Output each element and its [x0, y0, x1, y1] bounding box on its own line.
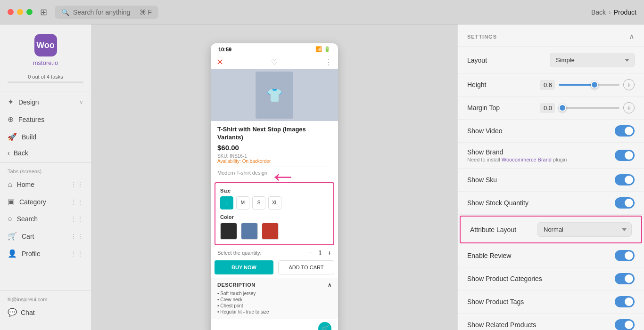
size-options: L M S XL — [220, 196, 329, 209]
traffic-lights — [8, 9, 33, 15]
show-video-toggle[interactable] — [615, 125, 635, 137]
qty-controls: − 1 + — [309, 249, 331, 257]
margin-top-label: Margin Top — [467, 104, 534, 112]
maximize-button[interactable] — [26, 9, 33, 15]
color-options — [220, 223, 329, 240]
enable-review-toggle[interactable] — [615, 250, 635, 261]
color-swatch-dark[interactable] — [220, 223, 237, 240]
quantity-label: Select the quantity: — [217, 250, 262, 256]
woo-brand-link[interactable]: Woocommerce Brand — [502, 157, 552, 162]
margin-top-add-button[interactable]: + — [623, 102, 635, 113]
show-sku-toggle[interactable] — [615, 174, 635, 185]
product-sku: SKU: INS16-1 — [217, 153, 331, 159]
phone-dots-btn[interactable]: ⋮ — [325, 58, 332, 67]
sidebar-email: hi@inspireui.com — [0, 295, 91, 304]
desc-item-3: Regular fit - true to size — [217, 309, 331, 314]
profile-icon: 👤 — [8, 249, 17, 258]
layout-select[interactable]: Simple — [550, 53, 635, 67]
margin-top-slider-container: 0.0 + — [540, 102, 635, 113]
battery-icon: 🔋 — [324, 46, 330, 52]
close-button[interactable] — [8, 9, 14, 15]
breadcrumb-back[interactable]: Back — [591, 8, 606, 16]
phone-bottom-bar: 🛒 — [211, 319, 338, 330]
size-btn-s[interactable]: S — [252, 196, 265, 209]
settings-panel: SETTINGS ∧ Layout Simple Height 0.6 + Ma… — [457, 24, 644, 330]
sidebar-chat[interactable]: 💬 Chat — [0, 304, 91, 321]
search-nav-icon: ○ — [8, 215, 12, 223]
cart-icon-btn[interactable]: 🛒 — [318, 322, 331, 330]
color-label: Color — [220, 214, 329, 220]
product-price: $60.00 — [217, 144, 331, 152]
progress-section: 0 out of 4 tasks — [0, 74, 91, 89]
drag-handle[interactable]: ⋮⋮ — [70, 250, 83, 258]
sidebar-item-features[interactable]: ⊕ Features — [0, 111, 91, 128]
qty-plus[interactable]: + — [328, 249, 331, 257]
sidebar-divider-1 — [0, 91, 91, 91]
color-swatch-blue[interactable] — [241, 223, 258, 240]
drag-handle[interactable]: ⋮⋮ — [70, 181, 83, 188]
product-image-area: 👕 — [211, 69, 338, 121]
sidebar-item-home[interactable]: ⌂ Home ⋮⋮ — [0, 176, 91, 193]
cart-icon: 🛒 — [8, 232, 17, 241]
settings-show-video-row: Show Video — [458, 120, 644, 143]
phone-close-btn[interactable]: ✕ — [216, 57, 223, 67]
attribute-layout-select[interactable]: Normal — [537, 222, 632, 237]
sidebar-item-profile[interactable]: 👤 Profile ⋮⋮ — [0, 245, 91, 262]
size-btn-l[interactable]: L — [220, 196, 233, 209]
description-section: DESCRIPTION ∧ Soft-touch jersey Crew nec… — [211, 278, 338, 319]
drag-handle[interactable]: ⋮⋮ — [70, 233, 83, 240]
sidebar-item-build[interactable]: 🚀 Build — [0, 128, 91, 145]
home-icon: ⌂ — [8, 180, 12, 189]
phone-status-icons: 📶 🔋 — [315, 46, 330, 52]
show-brand-toggle[interactable] — [615, 150, 635, 161]
drag-handle[interactable]: ⋮⋮ — [70, 215, 83, 223]
settings-collapse-button[interactable]: ∧ — [629, 32, 635, 41]
chat-label: Chat — [21, 309, 35, 316]
show-related-toggle[interactable] — [615, 319, 635, 330]
size-btn-m[interactable]: M — [236, 196, 249, 209]
show-related-label: Show Related Products — [467, 321, 609, 329]
height-label: Height — [467, 81, 534, 89]
margin-top-slider[interactable] — [559, 107, 619, 109]
grid-icon[interactable]: ⊞ — [40, 7, 47, 17]
sidebar-item-search[interactable]: ○ Search ⋮⋮ — [0, 210, 91, 227]
drag-handle[interactable]: ⋮⋮ — [70, 198, 83, 206]
description-collapse-icon[interactable]: ∧ — [328, 282, 332, 288]
layout-label: Layout — [467, 56, 544, 64]
sidebar-item-category[interactable]: ▣ Category ⋮⋮ — [0, 193, 91, 210]
sidebar-footer: hi@inspireui.com 💬 Chat — [0, 290, 91, 324]
profile-label: Profile — [22, 250, 66, 258]
product-image-placeholder: 👕 — [256, 72, 293, 119]
sidebar-item-design[interactable]: ✦ Design ∨ — [0, 93, 91, 111]
breadcrumb: Back › Product — [591, 8, 636, 16]
add-to-cart-button[interactable]: ADD TO CART — [278, 260, 334, 274]
sidebar-item-cart[interactable]: 🛒 Cart ⋮⋮ — [0, 227, 91, 245]
buy-now-button[interactable]: BUY NOW — [215, 260, 273, 274]
action-buttons: BUY NOW ADD TO CART — [211, 260, 338, 278]
search-bar[interactable]: 🔍 Search for anything ⌘ F — [55, 6, 158, 19]
qty-minus[interactable]: − — [309, 249, 313, 257]
chevron-right-icon: › — [609, 8, 611, 16]
search-placeholder: Search for anything — [73, 8, 130, 16]
home-label: Home — [17, 181, 66, 188]
desc-item-1: Crew neck — [217, 297, 331, 302]
settings-enable-review-row: Enable Review — [458, 244, 644, 267]
minimize-button[interactable] — [17, 9, 23, 15]
show-tags-toggle[interactable] — [615, 296, 635, 307]
show-stock-toggle[interactable] — [615, 197, 635, 209]
desc-item-2: Chest print — [217, 303, 331, 308]
features-label: Features — [18, 116, 83, 123]
phone-status-bar: 10:59 📶 🔋 — [211, 43, 338, 55]
height-slider[interactable] — [559, 84, 619, 86]
size-btn-xl[interactable]: XL — [268, 196, 281, 209]
settings-height-row: Height 0.6 + — [458, 73, 644, 97]
show-brand-label: Show Brand — [467, 148, 609, 156]
color-swatch-red[interactable] — [262, 223, 279, 240]
show-categories-toggle[interactable] — [615, 273, 635, 284]
height-value: 0.6 — [540, 80, 555, 90]
phone-heart-btn[interactable]: ♡ — [271, 58, 278, 67]
height-add-button[interactable]: + — [623, 79, 635, 90]
sidebar-back[interactable]: ‹ Back — [0, 145, 91, 161]
sidebar: Woo mstore.io 0 out of 4 tasks ✦ Design … — [0, 24, 91, 330]
content-area: 10:59 📶 🔋 ✕ ♡ ⋮ 👕 T-Shirt with Next Stop… — [91, 24, 457, 330]
